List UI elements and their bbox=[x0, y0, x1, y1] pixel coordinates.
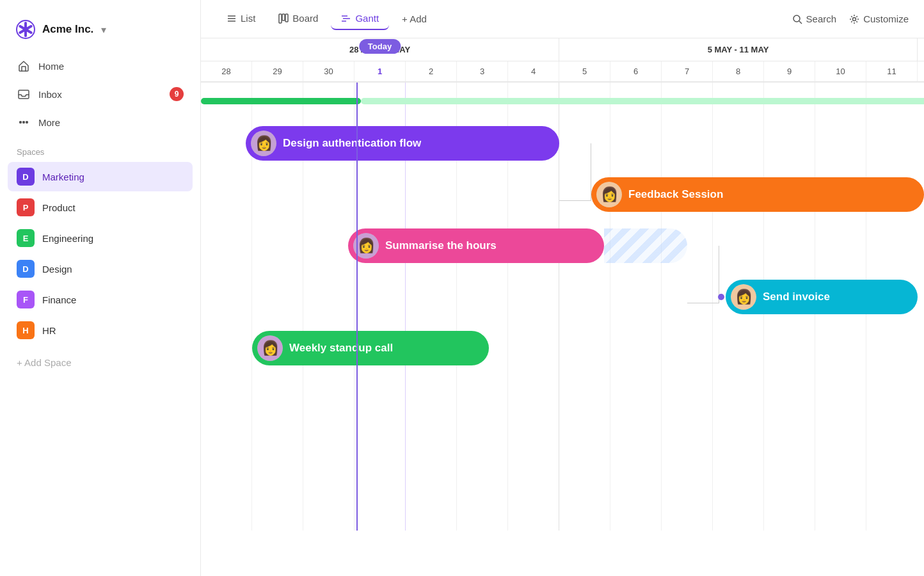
design-dot: D bbox=[17, 260, 35, 278]
day-9: 9 bbox=[764, 61, 815, 81]
day-3: 3 bbox=[457, 61, 508, 81]
sidebar-item-more-label: More bbox=[38, 117, 60, 128]
day-2: 2 bbox=[406, 61, 457, 81]
dot-marker-invoice bbox=[718, 294, 724, 300]
marketing-dot: D bbox=[17, 168, 35, 186]
gantt-chart: 28 APR - 4 MAY 5 MAY - 11 MAY 28 29 30 T… bbox=[201, 38, 924, 576]
day-11: 11 bbox=[866, 61, 918, 81]
avatar-weekly: 👩 bbox=[257, 335, 283, 361]
progress-bar-row bbox=[201, 92, 924, 111]
tab-board-label: Board bbox=[292, 13, 318, 24]
day-28: 28 bbox=[201, 61, 252, 81]
sidebar-item-engineering-label: Engineering bbox=[42, 233, 93, 244]
sidebar-item-more[interactable]: More bbox=[8, 109, 193, 136]
day-8: 8 bbox=[713, 61, 764, 81]
sidebar-item-home[interactable]: Home bbox=[8, 52, 193, 79]
task-bar-feedback[interactable]: 👩 Feedback Session bbox=[591, 177, 924, 212]
svg-rect-15 bbox=[279, 14, 282, 23]
topbar-actions: Search Customize bbox=[792, 13, 909, 24]
sidebar-nav: Home Inbox 9 bbox=[0, 52, 200, 137]
task-bar-weekly-standup[interactable]: 👩 Weekly standup call bbox=[252, 331, 489, 365]
gantt-header: 28 APR - 4 MAY 5 MAY - 11 MAY 28 29 30 T… bbox=[201, 38, 924, 83]
svg-rect-17 bbox=[285, 14, 288, 22]
face-icon-1: 👩 bbox=[251, 131, 276, 156]
app-logo-icon bbox=[15, 19, 36, 40]
sidebar-item-product[interactable]: P Product bbox=[8, 193, 193, 222]
main-content: List Board Gantt + Add bbox=[201, 0, 924, 576]
sidebar-item-finance[interactable]: F Finance bbox=[8, 285, 193, 314]
sidebar-item-design-label: Design bbox=[42, 264, 72, 275]
gear-icon bbox=[849, 14, 859, 24]
sidebar-item-inbox-label: Inbox bbox=[38, 89, 62, 100]
tab-list[interactable]: List bbox=[216, 8, 266, 30]
sidebar-item-product-label: Product bbox=[42, 202, 76, 213]
sidebar: Acme Inc. ▾ Home Inbox 9 bbox=[0, 0, 201, 576]
task-row-design-auth: 👩 Design authentication flow bbox=[201, 118, 924, 169]
sidebar-item-engineering[interactable]: E Engineering bbox=[8, 223, 193, 253]
task-row-send-invoice: 👩 Send invoice bbox=[201, 271, 924, 323]
engineering-dot: E bbox=[17, 229, 35, 247]
gantt-body: 👩 Design authentication flow 👩 Feedback … bbox=[201, 83, 924, 531]
search-button[interactable]: Search bbox=[792, 13, 837, 24]
sidebar-item-home-label: Home bbox=[38, 61, 64, 72]
svg-point-4 bbox=[24, 28, 28, 31]
add-space-button[interactable]: + Add Space bbox=[0, 351, 200, 374]
svg-point-23 bbox=[853, 17, 856, 20]
search-label: Search bbox=[806, 13, 837, 24]
finance-dot: F bbox=[17, 291, 35, 308]
sidebar-item-design[interactable]: D Design bbox=[8, 254, 193, 284]
gantt-icon bbox=[341, 13, 351, 24]
day-5: 5 bbox=[559, 61, 610, 81]
customize-label: Customize bbox=[863, 13, 909, 24]
week-labels-row: 28 APR - 4 MAY 5 MAY - 11 MAY bbox=[201, 38, 924, 61]
svg-line-22 bbox=[799, 21, 802, 24]
more-icon bbox=[17, 115, 31, 129]
view-switcher: List Board Gantt + Add bbox=[216, 8, 437, 30]
tab-board[interactable]: Board bbox=[268, 8, 328, 30]
sidebar-item-marketing[interactable]: D Marketing bbox=[8, 162, 193, 191]
search-icon bbox=[792, 14, 802, 24]
company-chevron-icon[interactable]: ▾ bbox=[101, 24, 106, 36]
task-row-summarise: 👩 Summarise the hours bbox=[201, 220, 924, 271]
customize-button[interactable]: Customize bbox=[849, 13, 909, 24]
task-bar-summarise[interactable]: 👩 Summarise the hours bbox=[348, 228, 604, 263]
board-icon bbox=[278, 13, 289, 24]
company-name: Acme Inc. bbox=[42, 23, 93, 36]
tab-gantt[interactable]: Gantt bbox=[331, 8, 389, 30]
day-10: 10 bbox=[815, 61, 866, 81]
home-icon bbox=[17, 59, 31, 73]
face-icon-5: 👩 bbox=[257, 335, 283, 361]
tab-list-label: List bbox=[241, 13, 255, 24]
inbox-icon bbox=[17, 87, 31, 101]
task-label-feedback: Feedback Session bbox=[628, 188, 723, 201]
sidebar-item-marketing-label: Marketing bbox=[42, 172, 84, 182]
task-bar-design-auth[interactable]: 👩 Design authentication flow bbox=[246, 126, 559, 161]
progress-light bbox=[361, 98, 924, 104]
spaces-section-label: Spaces bbox=[0, 137, 200, 162]
add-label: + Add bbox=[402, 13, 427, 24]
connector-summarise bbox=[687, 246, 719, 303]
hatch-overlay-summarise bbox=[604, 228, 687, 263]
day-30: 30 bbox=[303, 61, 354, 81]
hr-dot: H bbox=[17, 321, 35, 339]
day-labels-row: 28 29 30 Today 1 2 3 4 5 6 7 8 9 10 11 bbox=[201, 61, 924, 82]
task-bar-send-invoice[interactable]: 👩 Send invoice bbox=[726, 280, 918, 314]
product-dot: P bbox=[17, 198, 35, 216]
svg-point-21 bbox=[793, 15, 800, 22]
svg-rect-16 bbox=[282, 14, 285, 20]
face-icon-2: 👩 bbox=[596, 182, 622, 207]
avatar-design-auth: 👩 bbox=[251, 131, 276, 156]
sidebar-item-hr-label: HR bbox=[42, 325, 56, 336]
day-6: 6 bbox=[610, 61, 662, 81]
connector-design-auth bbox=[559, 143, 591, 201]
day-1: Today 1 bbox=[354, 61, 406, 81]
task-label-send-invoice: Send invoice bbox=[763, 291, 830, 303]
sidebar-header: Acme Inc. ▾ bbox=[0, 13, 200, 52]
sidebar-item-finance-label: Finance bbox=[42, 294, 76, 305]
task-row-weekly: 👩 Weekly standup call bbox=[201, 323, 924, 374]
add-button[interactable]: + Add bbox=[392, 8, 437, 29]
day-4: 4 bbox=[508, 61, 559, 81]
task-label-summarise: Summarise the hours bbox=[385, 239, 497, 252]
sidebar-item-hr[interactable]: H HR bbox=[8, 316, 193, 345]
sidebar-item-inbox[interactable]: Inbox 9 bbox=[8, 81, 193, 108]
